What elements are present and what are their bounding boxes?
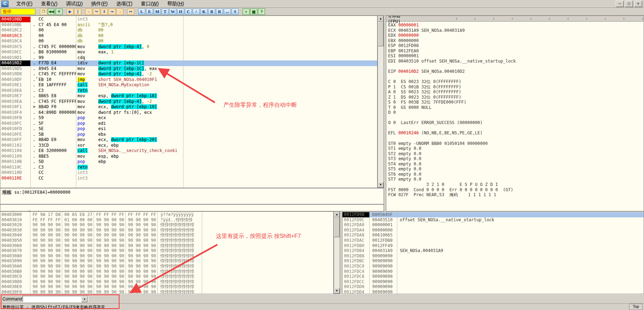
disasm-row[interactable]: 004010E7.8B65 E8movesp, dword ptr [ebp-1… xyxy=(0,93,377,99)
source-window-button[interactable]: S xyxy=(232,8,239,15)
logging-options-icon[interactable]: ≡ xyxy=(242,8,250,15)
disasm-row[interactable]: 004010EA.C745 FC FEFFFFFFmovdword ptr [e… xyxy=(0,99,377,105)
execute-till-return-icon[interactable]: → xyxy=(116,8,123,15)
disasm-address[interactable]: 004010C3 xyxy=(0,33,30,39)
stack-row[interactable]: 0012FDC490909090 xyxy=(343,269,644,274)
register-line[interactable] xyxy=(388,64,644,69)
dump-row[interactable]: 0040306090 90 90 9090 90 90 9090 90 90 9… xyxy=(0,243,333,248)
stack-row[interactable]: 0012FD9C00403510offset SEH_NOSa.__native… xyxy=(343,217,644,223)
disasm-address[interactable]: 004010C4 xyxy=(0,39,30,44)
register-line[interactable]: EIP 004010D2 SEH_NOSa.004010D2 xyxy=(388,69,644,74)
disasm-row[interactable]: 004010C200db00 xyxy=(0,28,377,33)
dump-row[interactable]: 004030F090 90 90 9090 90 90 9090 90 90 9… xyxy=(0,289,333,294)
hex-dump-scrollbar[interactable]: ▲ ▼ xyxy=(334,211,340,294)
help-options-icon[interactable]: ? xyxy=(258,8,265,15)
restart-icon[interactable]: ◀◀ xyxy=(48,8,55,15)
register-line[interactable] xyxy=(388,74,644,79)
disasm-address[interactable]: 0040110E xyxy=(0,176,30,181)
disasm-address[interactable]: 004010E6 xyxy=(0,88,30,94)
register-line[interactable]: ESP 0012FD98 xyxy=(388,43,644,48)
patches-window-button[interactable]: / xyxy=(193,8,200,15)
register-line[interactable] xyxy=(388,136,644,141)
collapse-arrow-icon[interactable]: ‹ xyxy=(548,16,551,21)
dump-row[interactable]: 0040309090 90 90 9090 90 90 9090 90 90 9… xyxy=(0,258,333,264)
disasm-address[interactable]: 00401102 xyxy=(0,143,30,148)
collapse-arrow-icon[interactable]: ‹ xyxy=(530,16,532,21)
register-line[interactable]: C 0 ES 0023 32位 0(FFFFFFFF) xyxy=(388,79,644,84)
menu-item[interactable]: 帮助(H) xyxy=(163,0,188,7)
register-line[interactable]: T 0 GS 0000 NULL xyxy=(388,105,644,110)
menu-item[interactable]: 查看(V) xyxy=(37,0,62,7)
dump-row[interactable]: 0040305090 90 90 9090 90 90 9090 90 90 9… xyxy=(0,238,333,243)
collapse-arrow-icon[interactable]: ‹ xyxy=(474,16,476,21)
dump-row[interactable]: 004030A090 90 90 9090 90 90 9090 90 90 9… xyxy=(0,264,333,269)
register-line[interactable]: EAX 00000001 xyxy=(388,23,644,28)
references-window-button[interactable]: R xyxy=(216,8,223,15)
disasm-address[interactable]: 004010BD xyxy=(0,17,30,22)
disasm-address[interactable]: 00401104 xyxy=(0,148,30,154)
disasm-address[interactable]: 004010D2 xyxy=(0,60,30,66)
register-line[interactable]: A 0 SS 0023 32位 0(FFFFFFFF) xyxy=(388,89,644,95)
cpu-window-button[interactable]: C xyxy=(185,8,192,15)
scroll-up-button[interactable]: ▲ xyxy=(378,16,384,22)
stack-row[interactable]: 0012FDB4004031A9SEH_NOSa.004031A9 xyxy=(343,248,644,253)
animate-into-icon[interactable]: ⇓ xyxy=(101,8,108,15)
disasm-address[interactable]: 004010FE xyxy=(0,132,30,138)
disasm-row[interactable]: 004010D5.8945 E4movdword ptr [ebp-1C], e… xyxy=(0,66,377,72)
register-line[interactable]: EBP 0012FEA0 xyxy=(388,48,644,54)
disasm-row[interactable]: 004010C5.C745 FC 00000000movdword ptr [e… xyxy=(0,44,377,50)
memory-window-button[interactable]: M xyxy=(154,8,161,15)
disasm-address[interactable]: 004010CC xyxy=(0,49,30,55)
disasm-address[interactable]: 004010E1 xyxy=(0,82,30,88)
register-line[interactable]: ST3 empty 0.0 xyxy=(388,156,644,162)
disasm-row[interactable]: 004010BDCCint3 xyxy=(0,17,377,22)
register-line[interactable]: EBX 00000000 xyxy=(388,38,644,43)
disasm-row[interactable]: 004010F4.64:890D 00000000movdword ptr fs… xyxy=(0,110,377,116)
disasm-address[interactable]: 00401109 xyxy=(0,154,30,159)
collapse-arrow-icon[interactable]: ‹ xyxy=(567,16,569,21)
execute-till-user-icon[interactable]: ↦ xyxy=(127,8,134,15)
register-line[interactable]: FST 0000 Cond 0 0 0 0 Err 0 0 0 0 0 0 0 … xyxy=(388,187,644,193)
disasm-address[interactable]: 004010DF xyxy=(0,77,30,83)
pause-icon[interactable]: ║ xyxy=(74,8,81,15)
collapse-arrow-icon[interactable]: ‹ xyxy=(604,16,607,21)
handles-window-button[interactable]: H xyxy=(177,8,184,15)
register-line[interactable]: Z 1 DS 0023 32位 0(FFFFFFFF) xyxy=(388,95,644,100)
stack-row[interactable]: 0012FDC890909090 xyxy=(343,274,644,279)
stack-row[interactable]: 0012FDD090909090 xyxy=(343,284,644,289)
disasm-address[interactable]: 0040110B xyxy=(0,159,30,165)
animate-over-icon[interactable]: ⇒ xyxy=(109,8,116,15)
disasm-address[interactable]: 0040110D xyxy=(0,170,30,176)
command-input[interactable]: ▼ xyxy=(23,296,88,302)
disasm-row[interactable]: 00401102.33CDxorecx, ebp xyxy=(0,143,377,148)
disasm-row[interactable]: 004010FE.5Bpopebx xyxy=(0,132,377,138)
scrollbar-thumb[interactable] xyxy=(378,22,384,46)
top-corner-button[interactable]: Top xyxy=(629,304,643,310)
disasm-row[interactable]: 00401104.E8 32000000callSEH_NOSa.__secur… xyxy=(0,148,377,154)
scrollbar-thumb[interactable] xyxy=(334,217,340,237)
menu-item[interactable]: 调试(D) xyxy=(62,0,87,7)
app-icon[interactable]: C xyxy=(1,1,8,7)
stack-row[interactable]: 0012FDCC90909090 xyxy=(343,279,644,285)
disasm-address[interactable]: 004010D5 xyxy=(0,66,30,72)
disasm-row[interactable]: 004010FF.8B4D E0movecx, dword ptr [ebp-2… xyxy=(0,137,377,143)
disasm-address[interactable]: 004010EA xyxy=(0,99,30,105)
open-file-icon[interactable]: ❐ xyxy=(40,8,47,15)
menu-item[interactable]: 插件(P) xyxy=(87,0,112,7)
log-window-button[interactable]: L xyxy=(138,8,145,15)
disasm-address[interactable]: 004010FB xyxy=(0,115,30,121)
dump-row[interactable]: 0040304090 90 90 9090 90 90 9090 90 90 9… xyxy=(0,233,333,238)
dump-row[interactable]: 004030C090 90 90 9090 90 90 9090 90 90 9… xyxy=(0,274,333,279)
restore-button[interactable]: □ xyxy=(625,1,633,7)
stack-row[interactable]: 0012FDA400000000 xyxy=(343,228,644,233)
disasm-address[interactable]: 004010D8 xyxy=(0,71,30,77)
stack-row[interactable]: 0012FD98D805645F xyxy=(343,212,644,217)
dump-row[interactable]: 00403000FF 9A 17 D800 65 E8 27FF FF FF F… xyxy=(0,212,333,217)
collapse-arrow-icon[interactable]: ‹ xyxy=(586,16,588,21)
register-line[interactable]: 3 2 1 0 E S P U O Z D I xyxy=(388,182,644,187)
register-line[interactable]: ST5 empty 0.0 xyxy=(388,166,644,172)
disasm-row[interactable]: 004010FD.5Epopesi xyxy=(0,126,377,132)
stack-row[interactable]: 0012FDB890909090 xyxy=(343,253,644,259)
disasm-row[interactable]: 004010FC.5Fpopedi xyxy=(0,121,377,127)
dump-row[interactable]: 004030B090 90 90 9090 90 90 9090 90 90 9… xyxy=(0,269,333,274)
